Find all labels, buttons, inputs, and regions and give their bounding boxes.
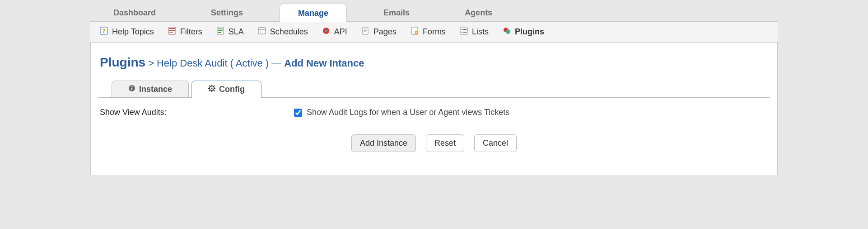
gear-icon (208, 85, 215, 94)
svg-rect-4 (169, 30, 175, 31)
cancel-button[interactable]: Cancel (474, 134, 517, 152)
svg-point-28 (506, 29, 510, 34)
svg-point-15 (325, 29, 327, 32)
svg-point-33 (211, 87, 212, 89)
field-description: Show Audit Logs for when a User or Agent… (307, 108, 509, 117)
sub-nav-label: SLA (229, 27, 244, 37)
sub-nav-label: Schedules (270, 27, 308, 37)
svg-rect-24 (463, 29, 467, 30)
svg-line-40 (214, 86, 215, 86)
reset-button[interactable]: Reset (426, 134, 464, 152)
app-window: Dashboard Settings Manage Emails Agents … (90, 0, 778, 175)
add-instance-button[interactable]: Add Instance (351, 134, 416, 152)
sla-icon (216, 26, 225, 38)
svg-point-25 (462, 32, 462, 33)
svg-rect-9 (218, 32, 221, 33)
main-tab-label: Agents (465, 8, 492, 17)
sub-nav-label: Filters (180, 27, 202, 37)
sub-nav-pages[interactable]: Pages (361, 26, 397, 38)
sub-nav-label: Forms (423, 27, 446, 37)
sub-nav-label: Plugins (515, 27, 544, 37)
sub-nav-schedules[interactable]: Schedules (257, 26, 308, 38)
main-tab-label: Dashboard (113, 8, 156, 17)
svg-line-39 (214, 90, 215, 91)
secondary-tab-label: Instance (139, 85, 172, 94)
breadcrumb-sep: > (148, 57, 154, 69)
plugins-icon (502, 26, 511, 38)
sub-nav-help-topics[interactable]: ? Help Topics (99, 26, 154, 38)
schedules-icon (257, 26, 266, 38)
main-tab-label: Settings (211, 8, 243, 17)
svg-point-23 (462, 29, 462, 30)
sub-nav-filters[interactable]: Filters (168, 26, 202, 38)
field-label: Show View Audits: (100, 108, 294, 117)
pages-icon (361, 26, 370, 38)
svg-point-21 (415, 31, 418, 34)
main-tab-emails[interactable]: Emails (365, 3, 428, 21)
sub-nav: ? Help Topics Filters SLA Schedules (90, 22, 778, 43)
main-tab-manage[interactable]: Manage (280, 4, 347, 22)
api-icon (322, 26, 331, 38)
svg-rect-16 (363, 27, 368, 34)
svg-rect-30 (131, 88, 132, 90)
show-view-audits-checkbox[interactable] (294, 109, 302, 117)
sub-nav-forms[interactable]: Forms (410, 26, 446, 38)
sub-nav-lists[interactable]: Lists (459, 26, 489, 38)
main-tab-settings[interactable]: Settings (192, 3, 261, 21)
svg-rect-7 (218, 29, 223, 29)
svg-line-38 (209, 86, 210, 86)
main-tab-agents[interactable]: Agents (446, 3, 511, 21)
help-topics-icon: ? (99, 26, 108, 38)
svg-line-41 (209, 90, 210, 91)
main-tab-label: Emails (383, 8, 410, 17)
svg-rect-5 (169, 32, 173, 33)
breadcrumb-current: Add New Intance (284, 57, 364, 69)
svg-rect-26 (463, 32, 467, 33)
main-nav: Dashboard Settings Manage Emails Agents (90, 0, 778, 22)
sub-nav-label: API (334, 27, 347, 37)
secondary-tab-config[interactable]: Config (191, 81, 261, 98)
sub-nav-api[interactable]: API (322, 26, 347, 38)
svg-point-31 (131, 86, 132, 87)
sub-nav-plugins[interactable]: Plugins (502, 26, 544, 38)
lists-icon (459, 26, 468, 38)
sub-nav-sla[interactable]: SLA (216, 26, 244, 38)
breadcrumb-dash: — (271, 57, 281, 69)
secondary-tab-instance[interactable]: Instance (112, 81, 189, 98)
svg-rect-22 (460, 27, 467, 34)
svg-text:?: ? (102, 28, 106, 34)
breadcrumb: Plugins > Help Desk Audit ( Active ) — A… (100, 55, 770, 70)
main-tab-dashboard[interactable]: Dashboard (95, 3, 174, 21)
form-actions: Add Instance Reset Cancel (100, 134, 768, 152)
info-icon (128, 85, 135, 94)
svg-rect-10 (258, 28, 266, 34)
secondary-tab-label: Config (219, 85, 245, 94)
filters-icon (168, 26, 177, 38)
sub-nav-label: Pages (373, 27, 397, 37)
svg-rect-8 (218, 30, 223, 31)
form-row-show-view-audits: Show View Audits: Show Audit Logs for wh… (100, 108, 768, 117)
breadcrumb-plugin-name[interactable]: Help Desk Audit ( Active ) (157, 57, 269, 69)
secondary-tabs: Instance Config (98, 81, 770, 98)
sub-nav-label: Help Topics (112, 27, 154, 37)
svg-rect-3 (169, 28, 175, 29)
forms-icon (410, 26, 419, 38)
content-area: Plugins > Help Desk Audit ( Active ) — A… (90, 43, 778, 175)
config-form: Show View Audits: Show Audit Logs for wh… (98, 98, 770, 157)
main-tab-label: Manage (298, 9, 328, 18)
sub-nav-label: Lists (472, 27, 489, 37)
breadcrumb-root[interactable]: Plugins (100, 55, 145, 70)
